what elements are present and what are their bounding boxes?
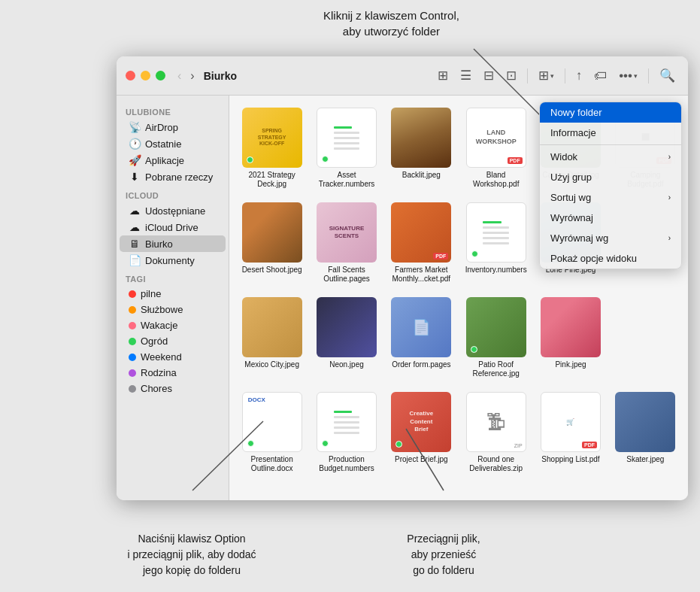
file-item-pink[interactable]: Pink.jpeg <box>535 294 605 381</box>
gallery-view-button[interactable]: ⊡ <box>502 65 520 86</box>
grid-view-button[interactable]: ⊞ <box>434 65 452 86</box>
sidebar-item-biurko[interactable]: 🖥 Biurko <box>120 235 226 252</box>
file-item-inventory[interactable]: Inventory.numbers <box>461 199 531 287</box>
share-button[interactable]: ↑ <box>572 66 586 86</box>
file-label: Desert Shoot.jpeg <box>242 266 302 275</box>
file-item-farmers[interactable]: PDF Farmers Market Monthly...cket.pdf <box>386 199 456 287</box>
ctx-label-pokaz-opcje: Pokaż opcje widoku <box>550 253 637 264</box>
file-label: Farmers Market Monthly...cket.pdf <box>389 266 453 284</box>
file-item-order-form[interactable]: 📄 Order form.pages <box>386 294 456 381</box>
sidebar-item-ostatnie[interactable]: 🕐 Ostatnie <box>120 135 226 152</box>
list-view-button[interactable]: ☰ <box>456 65 475 86</box>
file-item-round-one[interactable]: 🗜 ZIP Round one Deliverables.zip <box>461 389 531 476</box>
file-label: Neon.jpeg <box>329 360 364 369</box>
file-item-2021-strategy[interactable]: SPRINGSTRATEGYKICK-OFF 2021 Strategy Dec… <box>237 105 307 192</box>
file-thumb-2021-strategy: SPRINGSTRATEGYKICK-OFF <box>242 108 302 168</box>
ctx-item-widok[interactable]: Widok › <box>540 147 681 167</box>
sidebar-label-udostepniane: Udostępniane <box>145 205 205 217</box>
more-button[interactable]: •••▾ <box>615 66 641 86</box>
ctx-item-uzygrup[interactable]: Użyj grup <box>540 167 681 187</box>
tag-dot-pilne <box>129 290 136 298</box>
search-button[interactable]: 🔍 <box>656 65 679 86</box>
tag-dot-weekend <box>129 354 136 361</box>
ctx-label-wyrownaj-wg: Wyrównaj wg <box>550 232 608 244</box>
green-dot <box>247 440 254 447</box>
annotation-bottom-left: Naciśnij klawisz Optioni przeciągnij pli… <box>117 531 267 578</box>
ctx-item-pokaz-opcje[interactable]: Pokaż opcje widoku <box>540 248 681 269</box>
forward-button[interactable]: › <box>187 68 197 84</box>
window-controls <box>126 71 165 80</box>
minimize-button[interactable] <box>141 71 150 80</box>
biurko-icon: 🖥 <box>129 238 141 250</box>
context-menu: Nowy folder Informacje Widok › Użyj grup… <box>539 102 682 269</box>
sidebar-item-tag-sluzb[interactable]: Służbowe <box>120 302 226 317</box>
green-dot <box>471 346 477 353</box>
file-item-project-brief[interactable]: CreativeContentBrief Project Brief.jpg <box>386 389 456 476</box>
sidebar-item-tag-rodzina[interactable]: Rodzina <box>120 365 226 381</box>
sidebar-item-tag-ogrod[interactable]: Ogród <box>120 333 226 349</box>
tag-dot-wakacje <box>129 322 136 329</box>
file-thumb-patio <box>466 297 526 357</box>
sidebar-item-tag-pilne[interactable]: pilne <box>120 286 226 302</box>
file-item-skater[interactable]: Skater.jpeg <box>611 389 680 476</box>
file-item-shopping-list[interactable]: 🛒 PDF Shopping List.pdf <box>535 389 605 476</box>
sidebar-item-aplikacje[interactable]: 🚀 Aplikacje <box>120 152 226 168</box>
file-label: Project Brief.jpg <box>395 455 448 464</box>
sidebar-item-udostepniane[interactable]: ☁ Udostępniane <box>120 202 226 219</box>
sidebar-label-icloud-drive: iCloud Drive <box>145 222 198 233</box>
ctx-item-new-folder[interactable]: Nowy folder <box>540 102 681 123</box>
file-label: Production Budget.numbers <box>314 455 378 473</box>
sidebar-item-airdrop[interactable]: 📡 AirDrop <box>120 119 226 135</box>
dokumenty-icon: 📄 <box>129 254 141 266</box>
file-item-asset-tracker[interactable]: Asset Tracker.numbers <box>311 105 381 192</box>
file-item-patio[interactable]: Patio Roof Reference.jpg <box>461 294 531 381</box>
file-item-fall-scents[interactable]: SIGNATURESCENTS Fall Scents Outline.page… <box>311 199 381 287</box>
column-view-button[interactable]: ⊟ <box>480 65 498 86</box>
chevron-right-icon-2: › <box>668 193 671 202</box>
tag-dot-chores <box>129 385 136 393</box>
aplikacje-icon: 🚀 <box>129 154 141 166</box>
ctx-label-widok: Widok <box>550 151 577 162</box>
window-title: Biurko <box>204 70 237 82</box>
ctx-label-new-folder: Nowy folder <box>550 107 602 118</box>
close-button[interactable] <box>126 71 135 80</box>
ctx-item-informacje[interactable]: Informacje <box>540 123 681 143</box>
file-label: Inventory.numbers <box>465 266 527 275</box>
file-item-neon[interactable]: Neon.jpeg <box>311 294 381 381</box>
file-item-production[interactable]: Production Budget.numbers <box>311 389 381 476</box>
sidebar-item-icloud-drive[interactable]: ☁ iCloud Drive <box>120 219 226 235</box>
green-dot <box>247 156 253 163</box>
tag-button[interactable]: 🏷 <box>590 66 611 86</box>
file-item-mexico[interactable]: Mexico City.jpeg <box>237 294 307 381</box>
airdrop-icon: 📡 <box>129 121 141 133</box>
file-label: Fall Scents Outline.pages <box>314 266 378 284</box>
ctx-item-sortuj[interactable]: Sortuj wg › <box>540 187 681 208</box>
sidebar-label-wakacje: Wakacje <box>141 320 177 331</box>
back-button[interactable]: ‹ <box>174 68 184 84</box>
file-thumb-inventory <box>466 202 526 263</box>
sidebar-label-airdrop: AirDrop <box>145 122 178 133</box>
sidebar-label-dokumenty: Dokumenty <box>145 255 195 266</box>
sidebar-item-tag-weekend[interactable]: Weekend <box>120 349 226 365</box>
maximize-button[interactable] <box>156 71 165 80</box>
sidebar-item-tag-chores[interactable]: Chores <box>120 381 226 396</box>
finder-window: ‹ › Biurko ⊞ ☰ ⊟ ⊡ ⊞▾ ↑ 🏷 •••▾ 🔍 Ulubion… <box>117 56 688 500</box>
sidebar-item-dokumenty[interactable]: 📄 Dokumenty <box>120 252 226 269</box>
ctx-item-wyrownaj[interactable]: Wyrównaj <box>540 208 681 228</box>
ctx-label-wyrownaj: Wyrównaj <box>550 212 593 223</box>
file-thumb-order-form: 📄 <box>391 297 451 357</box>
file-item-backlit[interactable]: Backlit.jpeg <box>386 105 456 192</box>
group-button[interactable]: ⊞▾ <box>535 65 558 86</box>
ctx-label-sortuj: Sortuj wg <box>550 192 591 203</box>
ctx-item-wyrownaj-wg[interactable]: Wyrównaj wg › <box>540 228 681 248</box>
sidebar-item-tag-wakacje[interactable]: Wakacje <box>120 317 226 333</box>
file-item-desert[interactable]: Desert Shoot.jpeg <box>237 199 307 287</box>
ctx-label-uzygrup: Użyj grup <box>550 172 592 183</box>
sidebar-label-ogrod: Ogród <box>141 335 168 347</box>
sidebar-item-pobrane[interactable]: ⬇ Pobrane rzeczy <box>120 168 226 185</box>
file-item-bland-workshop[interactable]: LANDWORKSHOP PDF Bland Workshop.pdf <box>461 105 531 192</box>
sidebar-label-sluzb: Służbowe <box>141 304 183 315</box>
file-item-empty-2 <box>611 294 680 381</box>
file-item-presentation[interactable]: DOCX Presentation Outline.docx <box>237 389 307 476</box>
file-thumb-fall-scents: SIGNATURESCENTS <box>317 202 377 263</box>
